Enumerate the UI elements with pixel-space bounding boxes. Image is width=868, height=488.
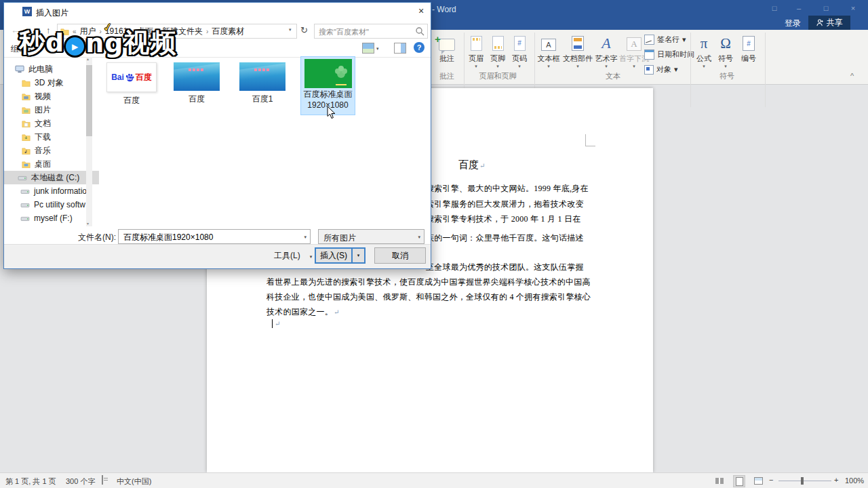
page-number-button[interactable]: # 页码 ▾ — [509, 32, 530, 68]
drive-icon — [18, 174, 27, 182]
file-item-baidu1-photo[interactable]: 百度1 — [237, 62, 288, 105]
file-item-baidu-photo[interactable]: 百度 — [171, 62, 222, 105]
number-button[interactable]: # 编号 — [736, 32, 761, 64]
breadcrumb-item[interactable]: 19161 — [105, 26, 127, 36]
equation-button[interactable]: π 公式 ▾ — [693, 32, 715, 68]
folder-icon — [22, 93, 31, 100]
chevron-down-icon[interactable]: ▾ — [304, 235, 307, 240]
date-time-button[interactable]: 日期和时间 — [644, 49, 694, 60]
address-dropdown-icon[interactable]: ▾ — [289, 27, 292, 33]
baidu-logo-thumbnail: Bai du 百度 — [106, 62, 157, 92]
tree-graphic — [338, 66, 344, 71]
header-button[interactable]: 页眉 ▾ — [465, 32, 487, 68]
filename-input[interactable] — [122, 231, 298, 243]
quick-parts-button[interactable]: 文档部件 ▾ — [561, 32, 594, 68]
breadcrumb-overflow-icon[interactable]: « — [73, 28, 77, 35]
breadcrumb-item[interactable]: 新建文件夹 — [162, 26, 203, 37]
zoom-in-icon[interactable]: + — [834, 476, 838, 484]
search-box[interactable] — [314, 24, 428, 39]
dialog-title-bar[interactable]: W 插入图片 × — [4, 3, 431, 20]
text-box-icon: A — [541, 39, 556, 51]
document-line: 至全球最为优秀的技术团队。这支队伍掌握 — [426, 262, 584, 273]
folder-icon — [22, 134, 31, 141]
recent-locations-icon[interactable]: ▾ — [37, 28, 40, 34]
drive-icon — [20, 201, 30, 209]
change-view-icon[interactable] — [362, 43, 374, 54]
search-icon — [415, 26, 425, 36]
zoom-slider-handle[interactable] — [801, 477, 804, 485]
language-indicator[interactable]: 中文(中国) — [117, 476, 151, 487]
back-icon[interactable]: ← — [11, 25, 20, 35]
help-icon[interactable]: ? — [414, 42, 425, 53]
paragraph-mark: ↵ — [479, 162, 485, 169]
word-count[interactable]: 300 个字 — [66, 476, 95, 487]
tools-button[interactable]: 工具(L)▾ — [274, 250, 312, 262]
drive-icon — [20, 215, 30, 222]
pi-icon: π — [701, 36, 708, 51]
read-mode-icon[interactable] — [714, 475, 725, 486]
photo-thumbnail — [239, 62, 285, 91]
sidebar-item-this-pc[interactable]: 此电脑 — [4, 62, 96, 76]
breadcrumb[interactable]: « 用户 › 19161 › 桌面 › 新建文件夹 › 百度素材 — [57, 24, 297, 39]
omega-icon: Ω — [720, 36, 731, 51]
chevron-down-icon: ▾ — [310, 254, 313, 259]
cancel-button[interactable]: 取消 — [374, 247, 426, 264]
scrollbar-thumb[interactable] — [86, 65, 92, 136]
document-line: 索引擎服务的巨大发展潜力，抱着技术改变 — [426, 199, 584, 210]
search-input[interactable] — [317, 25, 415, 39]
zoom-slider-track[interactable] — [778, 481, 831, 481]
zoom-out-icon[interactable]: − — [769, 476, 773, 484]
breadcrumb-item[interactable]: 用户 — [80, 26, 96, 37]
file-name: 百度1 — [237, 94, 288, 105]
paragraph-mark: ↵ — [334, 308, 340, 316]
file-item-baidu-logo[interactable]: Bai du 百度 百度 — [106, 62, 157, 106]
sign-in-button[interactable]: 登录 — [785, 18, 801, 29]
up-icon[interactable]: ↑ — [46, 25, 51, 35]
scroll-down-icon[interactable]: ▾ — [87, 221, 89, 226]
restore-icon[interactable]: □ — [819, 2, 833, 14]
breadcrumb-item[interactable]: 百度素材 — [212, 26, 244, 37]
minimize-icon[interactable]: – — [792, 2, 806, 14]
wordart-button[interactable]: A 艺术字 ▾ — [594, 32, 618, 68]
proofing-icon[interactable] — [102, 475, 103, 485]
breadcrumb-item[interactable]: 桌面 — [137, 26, 153, 37]
chevron-down-icon: ▾ — [29, 47, 32, 52]
zoom-level[interactable]: 100% — [845, 476, 864, 485]
footer-icon — [492, 36, 504, 51]
group-label-text: 文本 — [536, 71, 690, 81]
ribbon-display-options-icon[interactable]: □ — [768, 2, 781, 14]
quick-parts-icon — [572, 36, 584, 51]
text-box-button[interactable]: A 文本框 ▾ — [536, 32, 561, 68]
drop-cap-icon: A — [627, 37, 642, 51]
symbol-button[interactable]: Ω 符号 ▾ — [715, 32, 736, 68]
sidebar-item-local-disk-c[interactable]: 本地磁盘 (C:) — [4, 171, 99, 184]
dialog-close-icon[interactable]: × — [413, 4, 429, 18]
folder-icon — [60, 28, 69, 35]
view-dropdown-icon[interactable]: ▾ — [376, 46, 379, 52]
document-heading: 百度↵ — [458, 159, 485, 171]
forward-icon[interactable]: → — [24, 25, 33, 35]
collapse-ribbon-icon[interactable]: ^ — [850, 72, 854, 80]
print-layout-icon[interactable] — [733, 475, 745, 487]
scroll-up-icon[interactable]: ▾ — [87, 58, 89, 62]
organize-button[interactable]: 组织▾ — [11, 43, 32, 55]
web-layout-icon[interactable] — [753, 475, 764, 486]
page-indicator[interactable]: 第 1 页, 共 1 页 — [5, 476, 56, 487]
preview-pane-icon[interactable] — [394, 43, 406, 54]
number-icon: # — [743, 36, 755, 51]
insert-button[interactable]: 插入(S) ▾ — [315, 247, 366, 264]
document-line: 搜索引擎专利技术，于 2000 年 1 月 1 日在 — [426, 214, 581, 225]
calendar-icon — [644, 49, 654, 60]
signature-line-button[interactable]: 签名行 ▾ — [644, 35, 686, 45]
share-button[interactable]: 共享 — [808, 16, 850, 30]
person-icon — [816, 19, 824, 26]
dialog-footer: 工具(L)▾ 插入(S) ▾ 取消 — [4, 244, 431, 268]
footer-button[interactable]: 页脚 ▾ — [487, 32, 509, 68]
comment-button[interactable]: + 批注 — [431, 32, 462, 64]
sidebar-scrollbar[interactable]: ▾ ▾ — [86, 57, 92, 226]
filename-combobox[interactable]: ▾ — [118, 229, 311, 244]
insert-split-dropdown-icon[interactable]: ▾ — [351, 249, 364, 262]
filetype-combobox[interactable]: 所有图片 ▾ — [318, 229, 425, 244]
close-window-icon[interactable]: × — [846, 2, 860, 14]
refresh-icon[interactable]: ↻ — [300, 25, 308, 35]
